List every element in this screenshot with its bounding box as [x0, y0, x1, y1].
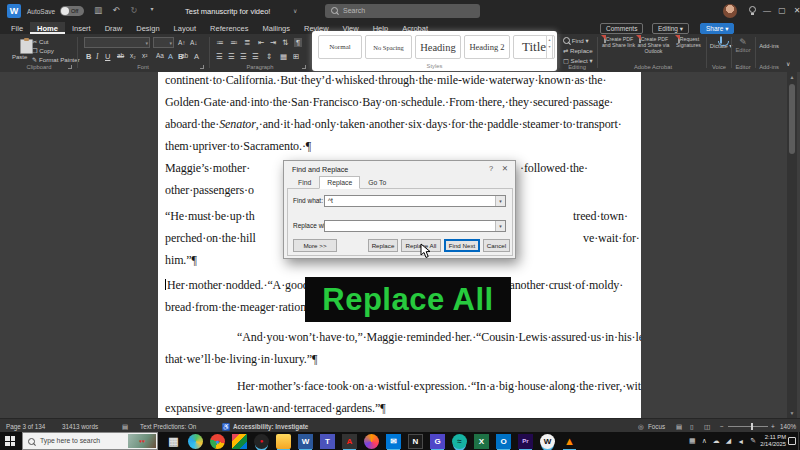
print-layout-icon[interactable]: ▯: [690, 423, 694, 431]
document-line[interactable]: other·passengers·o: [165, 183, 254, 198]
combo-dropdown-icon[interactable]: ▾: [495, 196, 505, 206]
vlc-icon[interactable]: ▲: [562, 434, 577, 449]
paragraph-dialog-launcher[interactable]: [302, 65, 306, 69]
find-what-input[interactable]: ^t▾: [324, 195, 506, 207]
italic-icon[interactable]: I: [96, 52, 99, 61]
ribbon-tab-insert[interactable]: Insert: [65, 22, 98, 34]
document-line[interactable]: that·we’ll·be·living·in·luxury.”¶: [165, 352, 317, 367]
document-line[interactable]: him.”¶: [165, 253, 197, 268]
style-heading[interactable]: Heading: [415, 35, 461, 59]
vertical-scrollbar[interactable]: ▲ ▼: [787, 72, 797, 418]
document-line[interactable]: expansive·green·lawn·and·terraced·garden…: [165, 401, 386, 416]
document-line[interactable]: Maggie’s·mother·: [165, 161, 250, 176]
chrome-icon[interactable]: ●: [210, 434, 225, 449]
shrink-font-icon[interactable]: A↓: [190, 39, 198, 46]
editing-mode-button[interactable]: Editing ▾: [652, 23, 689, 34]
zoom-out-icon[interactable]: −: [720, 423, 724, 430]
focus-icon[interactable]: ◎: [638, 423, 644, 431]
style-normal[interactable]: Normal: [318, 35, 362, 59]
maximize-button[interactable]: ▢: [775, 6, 789, 15]
superscript-icon[interactable]: x²: [142, 52, 147, 59]
document-line[interactable]: ve·wait·for·: [583, 231, 640, 246]
ribbon-tab-draw[interactable]: Draw: [98, 22, 130, 34]
multilevel-list-icon[interactable]: ≣: [244, 38, 250, 47]
comments-button[interactable]: Comments: [600, 23, 643, 34]
line-spacing-icon[interactable]: ⇕: [266, 52, 272, 61]
replace-with-input[interactable]: ▾: [324, 220, 506, 232]
replace-button[interactable]: ⇄ Replace: [563, 47, 593, 54]
spotify-icon[interactable]: ≈: [452, 434, 467, 449]
combo-dropdown-icon[interactable]: ▾: [495, 221, 505, 231]
highlight-icon[interactable]: ab: [181, 52, 188, 59]
title-chevron-icon[interactable]: ∨: [293, 7, 297, 14]
editor-button[interactable]: ✎Editor: [733, 37, 753, 53]
strikethrough-icon[interactable]: ab: [117, 52, 124, 59]
teams-icon[interactable]: T: [320, 434, 335, 449]
touch-keyboard-icon[interactable]: ▦: [689, 437, 696, 445]
document-line[interactable]: Golden·Gate·and·into·the·San·Francisco·B…: [165, 95, 613, 110]
document-line[interactable]: “And·you·won’t·have·to,”·Maggie·reminded…: [237, 330, 641, 345]
minimize-button[interactable]: —: [760, 6, 774, 15]
photos-icon[interactable]: [232, 434, 247, 449]
firefox-icon[interactable]: [364, 434, 379, 449]
save-icon[interactable]: ▥: [92, 5, 104, 15]
document-line[interactable]: “He·must·be·up·th: [165, 209, 255, 224]
replace-button[interactable]: Replace: [368, 239, 398, 252]
action-center-icon[interactable]: [788, 437, 796, 445]
zoom-level[interactable]: 140%: [780, 423, 796, 430]
goodnotes-icon[interactable]: G: [430, 434, 445, 449]
zoom-slider-thumb[interactable]: [751, 423, 753, 430]
document-line[interactable]: them·upriver·to·Sacramento.·¶: [165, 139, 311, 154]
align-right-icon[interactable]: ☰: [240, 52, 247, 61]
borders-icon[interactable]: ⊞: [293, 52, 299, 61]
media-player-icon[interactable]: ●: [254, 434, 269, 449]
style-no-spacing[interactable]: No Spacing: [365, 35, 412, 59]
underline-icon[interactable]: U: [105, 52, 110, 61]
excel-icon[interactable]: X: [474, 434, 489, 449]
search-box[interactable]: Search: [325, 4, 480, 18]
close-button[interactable]: ✕: [790, 6, 800, 15]
accessibility-status[interactable]: Accessibility: Investigate: [233, 423, 308, 430]
premiere-icon[interactable]: Pr: [518, 434, 533, 449]
dialog-close-icon[interactable]: ✕: [499, 164, 511, 173]
sort-icon[interactable]: ⇅: [282, 38, 288, 47]
autosave-toggle[interactable]: Off: [60, 6, 84, 16]
shading-icon[interactable]: ▦: [280, 52, 287, 61]
style-heading-2[interactable]: Heading 2: [464, 35, 510, 59]
start-button[interactable]: [5, 436, 15, 446]
document-line[interactable]: aboard·the·Senator,·and·it·had·only·take…: [165, 117, 622, 132]
file-explorer-icon[interactable]: [276, 434, 291, 449]
lightbulb-icon[interactable]: [749, 6, 756, 13]
bullets-icon[interactable]: ≔: [216, 38, 224, 47]
ribbon-tab-references[interactable]: References: [203, 22, 255, 34]
taskbar-search[interactable]: Type here to search ♥♥: [22, 432, 158, 450]
increase-indent-icon[interactable]: ⇥: [270, 38, 276, 47]
read-mode-icon[interactable]: ▤: [676, 423, 682, 431]
create-pdf-share-link-button[interactable]: Create PDF and Share link: [601, 36, 636, 48]
paste-label[interactable]: Paste: [12, 54, 27, 60]
acrobat-icon[interactable]: A: [342, 434, 357, 449]
show-formatting-marks-icon[interactable]: ¶: [294, 38, 302, 47]
numbering-icon[interactable]: ≕: [230, 38, 238, 47]
document-line[interactable]: continent·to·California.·But·they’d·whis…: [165, 73, 606, 88]
ribbon-tab-mailings[interactable]: Mailings: [255, 22, 297, 34]
align-left-icon[interactable]: ☰: [216, 52, 223, 61]
undo-icon[interactable]: ↶: [110, 5, 122, 15]
grow-font-icon[interactable]: A↑: [178, 39, 186, 46]
document-line[interactable]: ·followed·the·: [520, 161, 588, 176]
scroll-down-icon[interactable]: ▼: [787, 410, 797, 416]
font-size-combo[interactable]: ▾: [153, 37, 174, 48]
accessibility-icon[interactable]: ♿: [222, 423, 230, 431]
word-icon[interactable]: W: [298, 434, 313, 449]
pen-icon[interactable]: ✎: [750, 437, 756, 445]
notion-icon[interactable]: N: [408, 434, 423, 449]
ribbon-tab-file[interactable]: File: [4, 22, 30, 34]
document-line[interactable]: treed·town·: [573, 209, 628, 224]
tray-chevron-icon[interactable]: ∧: [702, 437, 707, 445]
ribbon-tab-design[interactable]: Design: [129, 22, 166, 34]
decrease-indent-icon[interactable]: ⇤: [258, 38, 264, 47]
justify-icon[interactable]: ☰: [252, 52, 259, 61]
more-button[interactable]: More >>: [293, 239, 337, 252]
clipboard-dialog-launcher[interactable]: [68, 65, 72, 69]
task-view-icon[interactable]: ▦: [166, 434, 181, 449]
